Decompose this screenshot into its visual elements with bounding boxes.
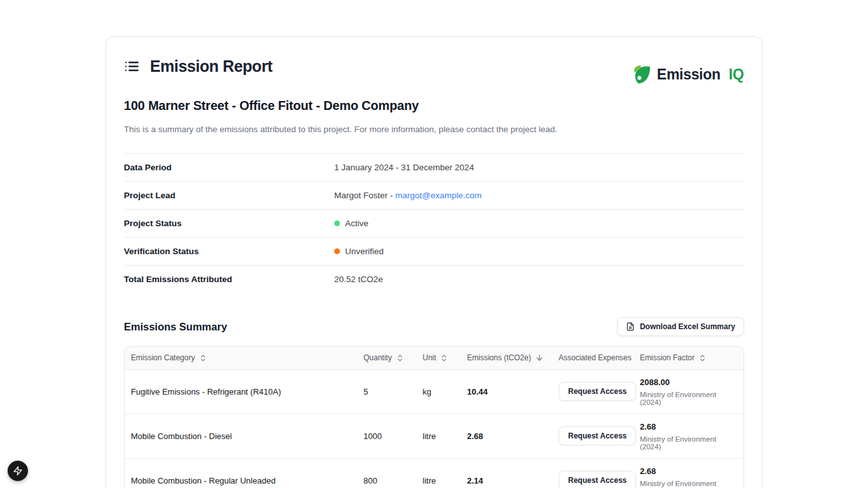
active-status-dot bbox=[334, 220, 340, 226]
table-row: Mobile Combustion - Regular Unleaded 800… bbox=[125, 458, 743, 488]
table-row: Mobile Combustion - Diesel 1000 litre 2.… bbox=[125, 414, 743, 458]
project-status-value: Active bbox=[334, 219, 369, 228]
request-access-button[interactable]: Request Access bbox=[559, 471, 636, 488]
table-row: Fugitive Emissions - Refrigerant (R410A)… bbox=[125, 369, 743, 414]
detail-label: Project Lead bbox=[124, 191, 334, 200]
list-icon bbox=[124, 58, 140, 74]
status-badge: Unverified bbox=[345, 247, 384, 256]
devtools-toggle-button[interactable] bbox=[8, 461, 28, 481]
logo-accent: IQ bbox=[729, 66, 744, 83]
column-header-unit[interactable]: Unit bbox=[416, 347, 461, 369]
sort-icon bbox=[698, 354, 707, 362]
project-title: 100 Marner Street - Office Fitout - Demo… bbox=[124, 98, 744, 113]
emissions-summary-table: Emission Category Quantity Unit Emission… bbox=[124, 346, 744, 488]
project-lead-email-link[interactable]: margot@example.com bbox=[395, 191, 482, 200]
total-emissions-value: 20.52 tCO2e bbox=[334, 274, 383, 284]
unit-cell: litre bbox=[416, 458, 461, 488]
factor-value: 2.68 bbox=[640, 422, 737, 431]
status-badge: Active bbox=[345, 219, 369, 228]
factor-value: 2.68 bbox=[640, 466, 737, 476]
project-details-list: Data Period 1 January 2024 - 31 December… bbox=[124, 153, 744, 293]
file-icon bbox=[626, 322, 635, 331]
column-header-emission-factor[interactable]: Emission Factor bbox=[634, 347, 743, 369]
column-header-quantity[interactable]: Quantity bbox=[357, 347, 416, 369]
report-header: Emission Report EmissionIQ bbox=[124, 57, 744, 86]
leaf-logo-icon bbox=[632, 64, 652, 86]
column-header-emissions[interactable]: Emissions (tCO2e) bbox=[461, 347, 552, 369]
project-lead-value: Margot Foster - margot@example.com bbox=[334, 191, 482, 200]
table-header-row: Emission Category Quantity Unit Emission… bbox=[125, 347, 743, 369]
emissions-summary-heading: Emissions Summary bbox=[124, 321, 227, 333]
sort-icon bbox=[199, 354, 207, 362]
factor-source: Ministry of Environment (2024) bbox=[640, 435, 737, 451]
download-excel-button[interactable]: Download Excel Summary bbox=[617, 317, 744, 336]
emission-factor-cell: 2088.00 Ministry of Environment (2024) bbox=[634, 369, 743, 414]
sort-desc-icon bbox=[535, 353, 544, 362]
project-lead-name: Margot Foster - bbox=[334, 191, 395, 200]
report-card: Emission Report EmissionIQ 100 Marner St… bbox=[105, 36, 763, 488]
logo-wordmark: Emission bbox=[657, 66, 721, 83]
emission-iq-logo: EmissionIQ bbox=[632, 64, 744, 86]
report-description: This is a summary of the emissions attri… bbox=[124, 125, 744, 134]
detail-row-verification-status: Verification Status Unverified bbox=[124, 238, 744, 266]
detail-row-total-emissions: Total Emissions Attributed 20.52 tCO2e bbox=[124, 266, 744, 293]
quantity-cell: 5 bbox=[357, 369, 416, 414]
sort-icon bbox=[440, 354, 448, 362]
column-header-associated-expenses: Associated Expenses bbox=[552, 347, 634, 369]
detail-label: Verification Status bbox=[124, 247, 334, 256]
column-header-emission-category[interactable]: Emission Category bbox=[125, 347, 357, 369]
unit-cell: kg bbox=[416, 369, 461, 414]
factor-value: 2088.00 bbox=[640, 377, 737, 387]
verification-status-value: Unverified bbox=[334, 247, 384, 256]
page-title: Emission Report bbox=[150, 57, 273, 76]
quantity-cell: 800 bbox=[357, 458, 416, 488]
factor-source: Ministry of Environment (2024) bbox=[640, 480, 737, 488]
emission-factor-cell: 2.68 Ministry of Environment (2024) bbox=[634, 458, 743, 488]
detail-label: Project Status bbox=[124, 219, 334, 228]
data-period-value: 1 January 2024 - 31 December 2024 bbox=[334, 163, 474, 172]
emissions-cell: 10.44 bbox=[461, 369, 552, 414]
detail-row-data-period: Data Period 1 January 2024 - 31 December… bbox=[124, 154, 744, 182]
request-access-button[interactable]: Request Access bbox=[559, 426, 636, 445]
zap-icon bbox=[13, 466, 23, 476]
factor-source: Ministry of Environment (2024) bbox=[640, 391, 737, 406]
detail-label: Total Emissions Attributed bbox=[124, 274, 334, 284]
quantity-cell: 1000 bbox=[357, 414, 416, 458]
detail-row-project-lead: Project Lead Margot Foster - margot@exam… bbox=[124, 182, 744, 210]
sort-icon bbox=[396, 354, 404, 362]
request-access-button[interactable]: Request Access bbox=[559, 382, 636, 401]
emission-category-cell: Fugitive Emissions - Refrigerant (R410A) bbox=[125, 369, 357, 414]
emissions-cell: 2.68 bbox=[461, 414, 552, 458]
emissions-cell: 2.14 bbox=[461, 458, 552, 488]
detail-label: Data Period bbox=[124, 163, 334, 172]
emission-factor-cell: 2.68 Ministry of Environment (2024) bbox=[634, 414, 743, 458]
unit-cell: litre bbox=[416, 414, 461, 458]
detail-row-project-status: Project Status Active bbox=[124, 210, 744, 238]
emission-category-cell: Mobile Combustion - Diesel bbox=[125, 414, 357, 458]
emission-category-cell: Mobile Combustion - Regular Unleaded bbox=[125, 458, 357, 488]
unverified-status-dot bbox=[334, 248, 340, 254]
